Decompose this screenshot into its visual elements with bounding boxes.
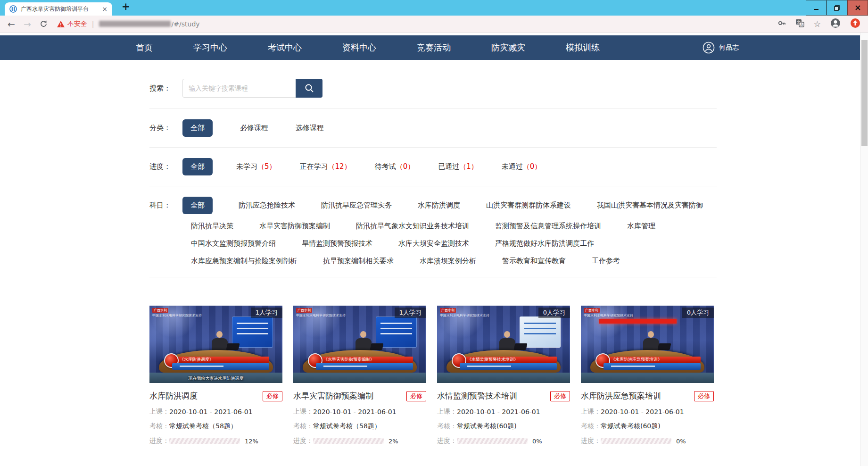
subject-option[interactable]: 我国山洪灾害基本情况及灾害防御 xyxy=(597,197,703,214)
progress-option[interactable]: 已通过（1） xyxy=(438,158,478,175)
subject-option[interactable]: 山洪灾害群测群防体系建设 xyxy=(486,197,571,214)
subject-option[interactable]: 水库大坝安全监测技术 xyxy=(398,238,469,249)
subject-option[interactable]: 旱情监测预警预报技术 xyxy=(302,238,372,249)
lower-third-banner: 《水库防洪应急预案培训》 xyxy=(603,357,701,370)
subject-option-selected[interactable]: 全部 xyxy=(182,197,213,214)
progress-option[interactable]: 未学习（5） xyxy=(236,158,276,175)
progress-label: 进度： xyxy=(149,158,182,175)
class-time-row: 上课： 2020-10-01 - 2021-06-01 xyxy=(293,408,426,416)
progress-bar-label: 进度： xyxy=(293,437,313,445)
browser-tab[interactable]: 广西水旱灾害防御培训平台 × xyxy=(5,2,112,16)
progress-bar xyxy=(169,438,240,444)
studio-floor xyxy=(437,373,570,383)
browser-update-icon[interactable] xyxy=(850,18,860,30)
course-thumbnail[interactable]: 《水库防洪应急预案培训》 广西水利 中国水利水电科学研究院技术支持 0人学习 xyxy=(581,306,714,383)
reload-icon[interactable] xyxy=(40,20,48,28)
user-name: 何品志 xyxy=(719,43,739,52)
new-tab-button[interactable]: + xyxy=(122,1,130,12)
course-card[interactable]: 《水库防洪应急预案培训》 广西水利 中国水利水电科学研究院技术支持 0人学习 水… xyxy=(581,306,714,445)
progress-option[interactable]: 待考试（0） xyxy=(375,158,415,175)
banner-title: 《水库防洪应急预案培训》 xyxy=(603,357,701,363)
support-credit: 中国水利水电科学研究院技术支持 xyxy=(440,313,489,318)
scrollbar-thumb[interactable] xyxy=(861,40,868,146)
studio-screen xyxy=(376,316,417,348)
course-thumbnail[interactable]: 《水情监测预警技术培训》 广西水利 中国水利水电科学研究院技术支持 0人学习 xyxy=(437,306,570,383)
security-warning-label[interactable]: 不安全 xyxy=(67,20,87,28)
svg-text:A: A xyxy=(800,23,803,27)
nav-item[interactable]: 首页 xyxy=(136,42,153,53)
subject-option[interactable]: 警示教育和宣传教育 xyxy=(502,255,566,266)
subject-option[interactable]: 防汛抗旱气象水文知识业务技术培训 xyxy=(356,220,469,232)
subject-option[interactable]: 抗旱预案编制相关要求 xyxy=(323,255,394,266)
subject-option[interactable]: 水库溃坝案例分析 xyxy=(420,255,476,266)
subject-option[interactable]: 防汛抗旱应急管理实务 xyxy=(321,197,392,214)
exam-row: 考核： 常规试卷考核（58题） xyxy=(149,422,282,431)
course-card[interactable]: 《水情监测预警技术培训》 广西水利 中国水利水电科学研究院技术支持 0人学习 水… xyxy=(437,306,570,445)
nav-item[interactable]: 模拟训练 xyxy=(566,42,600,53)
subject-option[interactable]: 中国水文监测预报预警介绍 xyxy=(191,238,276,249)
nav-item[interactable]: 考试中心 xyxy=(268,42,302,53)
window-controls xyxy=(806,0,868,16)
subject-option[interactable]: 水库防洪调度 xyxy=(418,197,460,214)
back-icon[interactable]: ← xyxy=(8,19,15,29)
lower-third-banner: 《水情监测预警技术培训》 xyxy=(460,357,557,370)
progress-option[interactable]: 未通过（0） xyxy=(502,158,542,175)
page-scrollbar[interactable] xyxy=(860,33,868,466)
class-time-value: 2020-10-01 - 2021-06-01 xyxy=(169,408,253,416)
class-time-label: 上课： xyxy=(437,408,457,416)
subject-option[interactable]: 水旱灾害防御预案编制 xyxy=(259,220,330,232)
category-option[interactable]: 必修课程 xyxy=(240,119,268,137)
exam-value: 常规试卷考核（58题） xyxy=(169,422,237,431)
url-separator: | xyxy=(92,20,94,28)
category-option-selected[interactable]: 全部 xyxy=(182,119,213,137)
nav-item[interactable]: 竞赛活动 xyxy=(417,42,451,53)
close-button[interactable] xyxy=(847,0,868,16)
course-card[interactable]: 《水旱灾害防御预案编制》 广西水利 中国水利水电科学研究院技术支持 1人学习 水… xyxy=(293,306,426,445)
user-menu[interactable]: 何品志 xyxy=(703,42,739,54)
category-filter: 分类： 全部 必修课程 选修课程 xyxy=(149,109,717,148)
restore-button[interactable] xyxy=(827,0,847,16)
subject-option[interactable]: 防汛抗旱决策 xyxy=(191,220,233,232)
subject-option[interactable]: 水库管理 xyxy=(627,220,655,232)
course-thumbnail[interactable]: 《水库防洪调度》 现在我给大家讲水库防洪调度 广西水利 中国水利水电科学研究院技… xyxy=(149,306,282,383)
forward-icon: → xyxy=(24,19,31,29)
minimize-button[interactable] xyxy=(806,0,827,16)
banner-title: 《水情监测预警技术培训》 xyxy=(460,357,557,363)
nav-item[interactable]: 资料中心 xyxy=(342,42,376,53)
support-credit: 中国水利水电科学研究院技术支持 xyxy=(152,313,202,318)
subject-option[interactable]: 防汛应急抢险技术 xyxy=(239,197,295,214)
course-title[interactable]: 水旱灾害防御预案编制 xyxy=(293,391,373,401)
nav-item[interactable]: 学习中心 xyxy=(193,42,227,53)
tab-close-icon[interactable]: × xyxy=(102,5,107,13)
subject-option[interactable]: 严格规范做好水库防洪调度工作 xyxy=(495,238,594,249)
exam-label: 考核： xyxy=(293,422,313,431)
nav-item[interactable]: 防灾减灾 xyxy=(491,42,525,53)
required-badge: 必修 xyxy=(550,391,570,401)
bookmark-star-icon[interactable]: ☆ xyxy=(814,19,821,29)
key-icon[interactable] xyxy=(777,19,786,29)
progress-option[interactable]: 正在学习（12） xyxy=(300,158,351,175)
translate-icon[interactable]: 文A xyxy=(795,19,804,29)
course-thumbnail[interactable]: 《水旱灾害防御预案编制》 广西水利 中国水利水电科学研究院技术支持 1人学习 xyxy=(293,306,426,383)
category-label: 分类： xyxy=(149,119,182,137)
learner-count-badge: 1人学习 xyxy=(395,308,426,318)
course-title[interactable]: 水库防洪调度 xyxy=(149,391,198,401)
course-title[interactable]: 水库防洪应急预案培训 xyxy=(581,391,661,401)
course-card[interactable]: 《水库防洪调度》 现在我给大家讲水库防洪调度 广西水利 中国水利水电科学研究院技… xyxy=(149,306,282,445)
banner-title: 《水旱灾害防御预案编制》 xyxy=(316,357,413,363)
studio-floor xyxy=(293,373,426,383)
subject-option[interactable]: 监测预警及信息管理系统操作培训 xyxy=(495,220,601,232)
exam-row: 考核： 常规试卷考核(60题) xyxy=(581,422,714,431)
class-time-label: 上课： xyxy=(293,408,313,416)
class-time-label: 上课： xyxy=(581,408,601,416)
search-section: 搜索： xyxy=(149,60,717,109)
url-path[interactable]: /#/study xyxy=(172,20,200,28)
profile-avatar-icon[interactable] xyxy=(830,18,841,30)
subject-option[interactable]: 工作参考 xyxy=(592,255,620,266)
progress-option-selected[interactable]: 全部 xyxy=(182,158,213,175)
category-option[interactable]: 选修课程 xyxy=(296,119,324,137)
search-input[interactable] xyxy=(182,79,296,98)
course-title[interactable]: 水情监测预警技术培训 xyxy=(437,391,517,401)
search-button[interactable] xyxy=(296,79,322,98)
subject-option[interactable]: 水库应急预案编制与抢险案例剖析 xyxy=(191,255,297,266)
